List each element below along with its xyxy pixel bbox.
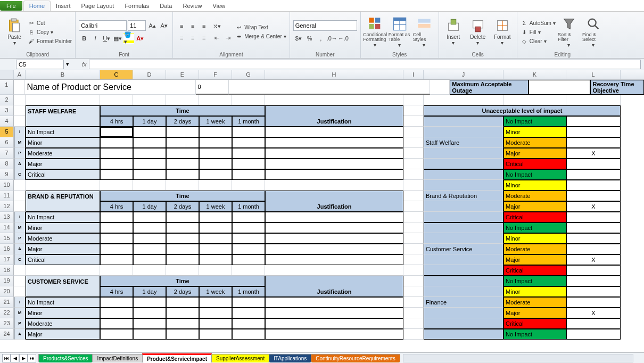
comma-button[interactable]: , <box>316 33 326 44</box>
cell[interactable] <box>232 329 265 340</box>
cell[interactable] <box>133 318 166 329</box>
cell[interactable] <box>199 127 232 137</box>
impact-row-label[interactable]: Minor <box>26 308 100 318</box>
cell[interactable] <box>133 265 166 276</box>
cell[interactable] <box>166 148 199 159</box>
cell[interactable] <box>133 233 166 244</box>
impact-section[interactable] <box>424 212 503 222</box>
sheet-tab-5[interactable]: ContinuityResourceRequirements <box>311 354 400 362</box>
impact-level[interactable]: No Impact <box>503 116 566 127</box>
row-1[interactable]: 1 <box>0 80 14 95</box>
cell[interactable] <box>166 297 199 308</box>
col-L[interactable]: L <box>566 70 621 79</box>
cell[interactable] <box>199 148 232 159</box>
impact-x[interactable]: X <box>566 308 621 318</box>
justification-cell[interactable] <box>265 329 403 340</box>
cell[interactable] <box>14 105 26 116</box>
row-19[interactable]: 19 <box>0 276 14 286</box>
col-H[interactable]: H <box>265 70 403 79</box>
cell[interactable] <box>166 318 199 329</box>
cell[interactable] <box>166 169 199 180</box>
justification-cell[interactable] <box>265 233 403 244</box>
cell[interactable] <box>232 233 265 244</box>
impact-section[interactable] <box>424 127 503 137</box>
row-17[interactable]: 17 <box>0 254 14 265</box>
cell[interactable] <box>403 297 424 308</box>
row-22[interactable]: 22 <box>0 308 14 318</box>
impact-x[interactable] <box>566 212 621 222</box>
impact-x[interactable] <box>566 265 621 276</box>
cell[interactable] <box>100 127 133 137</box>
impact-section[interactable] <box>424 276 503 286</box>
impact-level[interactable]: No Impact <box>503 222 566 233</box>
italic-button[interactable]: I <box>90 33 101 44</box>
col-J[interactable]: J <box>424 70 503 79</box>
sheet-nav-next[interactable]: ▶ <box>19 354 28 362</box>
cell[interactable] <box>100 212 133 222</box>
cell[interactable] <box>133 95 166 105</box>
row-16[interactable]: 16 <box>0 244 14 254</box>
cell[interactable] <box>100 297 133 308</box>
formula-input[interactable] <box>89 60 641 69</box>
cell[interactable] <box>232 297 265 308</box>
justification-cell[interactable] <box>265 148 403 159</box>
cell[interactable] <box>14 276 26 286</box>
impact-section[interactable] <box>424 159 503 169</box>
cell[interactable] <box>100 308 133 318</box>
impact-x[interactable] <box>566 159 621 169</box>
tab-page-layout[interactable]: Page Layout <box>76 1 120 11</box>
mao-value[interactable] <box>529 80 590 95</box>
cell[interactable] <box>265 95 403 105</box>
impact-section[interactable] <box>424 254 503 265</box>
justification-cell[interactable] <box>265 244 403 254</box>
justification-cell[interactable] <box>265 318 403 329</box>
horizontal-scrollbar[interactable] <box>403 354 633 362</box>
cell[interactable] <box>166 222 199 233</box>
cell[interactable] <box>166 159 199 169</box>
font-size-input[interactable] <box>128 20 146 31</box>
cell[interactable] <box>199 318 232 329</box>
impact-section[interactable] <box>424 233 503 244</box>
cell[interactable] <box>232 137 265 148</box>
cell[interactable] <box>403 329 424 340</box>
cell[interactable] <box>133 148 166 159</box>
font-name-input[interactable] <box>79 20 127 31</box>
col-K[interactable]: K <box>503 70 566 79</box>
impact-x[interactable] <box>566 180 621 191</box>
impact-row-label[interactable]: Critical <box>26 169 100 180</box>
cell[interactable] <box>199 159 232 169</box>
cell[interactable] <box>100 180 133 191</box>
cell[interactable] <box>26 265 100 276</box>
cell[interactable] <box>232 169 265 180</box>
col-F[interactable]: F <box>199 70 232 79</box>
impact-row-label[interactable]: Moderate <box>26 318 100 329</box>
cell[interactable] <box>403 254 424 265</box>
cell[interactable] <box>14 95 26 105</box>
cut-button[interactable]: ✂Cut <box>28 19 72 27</box>
justification-cell[interactable] <box>265 169 403 180</box>
cell[interactable] <box>403 137 424 148</box>
impact-row-label[interactable]: Major <box>26 329 100 340</box>
cell[interactable] <box>232 159 265 169</box>
row-18[interactable]: 18 <box>0 265 14 276</box>
cell[interactable] <box>199 308 232 318</box>
format-button[interactable]: Format▾ <box>491 14 514 50</box>
col-D[interactable]: D <box>133 70 166 79</box>
cell[interactable] <box>403 159 424 169</box>
indent-dec-button[interactable]: ⇤ <box>211 32 222 43</box>
justification-cell[interactable] <box>265 212 403 222</box>
impact-x[interactable] <box>566 116 621 127</box>
impact-section[interactable]: Finance <box>424 297 503 308</box>
impact-x[interactable] <box>566 329 621 340</box>
impact-level[interactable]: Moderate <box>503 137 566 148</box>
impact-level[interactable]: Major <box>503 308 566 318</box>
align-center-button[interactable]: ≡ <box>187 32 198 43</box>
impact-x[interactable] <box>566 233 621 244</box>
cell[interactable] <box>100 222 133 233</box>
sheet-tab-4[interactable]: ITApplications <box>269 354 311 362</box>
cell[interactable] <box>166 244 199 254</box>
name-box[interactable] <box>16 60 64 69</box>
impact-x[interactable] <box>566 318 621 329</box>
cell[interactable] <box>232 318 265 329</box>
impact-row-label[interactable]: Critical <box>26 254 100 265</box>
